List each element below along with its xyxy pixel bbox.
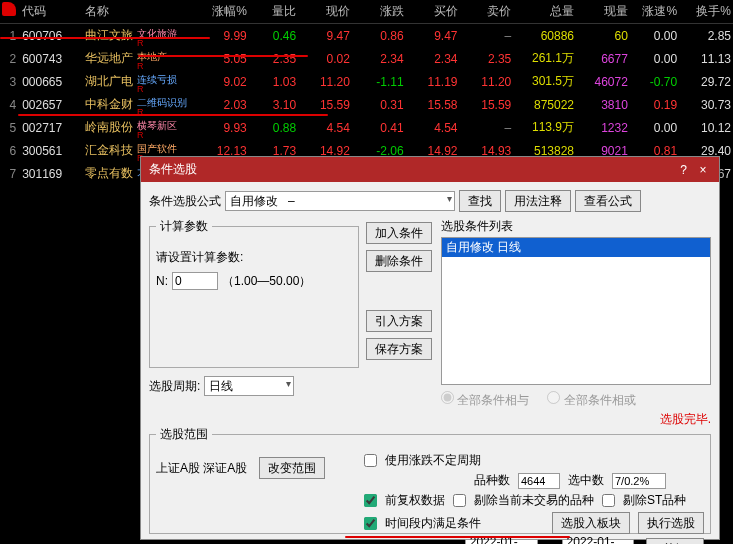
table-row[interactable]: 1600706曲江文旅文化旅游R9.990.469.470.869.47–608… xyxy=(0,24,733,48)
annotation-line xyxy=(345,536,570,538)
col-header[interactable]: 现量 xyxy=(576,0,630,24)
formula-combo[interactable]: 自用修改 – xyxy=(225,191,455,211)
change-scope-button[interactable]: 改变范围 xyxy=(259,457,325,479)
col-header[interactable]: 现价 xyxy=(298,0,352,24)
list-item[interactable]: 自用修改 日线 xyxy=(442,238,710,257)
col-header[interactable]: 涨幅% xyxy=(199,0,248,24)
use-range-check[interactable] xyxy=(364,454,377,467)
formula-label: 条件选股公式 xyxy=(149,193,221,210)
table-row[interactable]: 3000665湖北广电连续亏损R9.021.0311.20-1.1111.191… xyxy=(0,70,733,93)
table-row[interactable]: 5002717岭南股份横琴新区R9.930.884.540.414.54–113… xyxy=(0,116,733,139)
close-button[interactable]: 关闭 xyxy=(646,538,704,544)
exec-button[interactable]: 执行选股 xyxy=(638,512,704,534)
col-header[interactable]: 量比 xyxy=(249,0,298,24)
hit-field[interactable] xyxy=(612,473,666,489)
exclst-check[interactable] xyxy=(602,494,615,507)
col-header[interactable]: 涨速% xyxy=(630,0,679,24)
count-field[interactable] xyxy=(518,473,560,489)
scope-legend: 选股范围 xyxy=(156,426,212,443)
period-combo[interactable]: 日线 xyxy=(204,376,294,396)
calc-legend: 计算参数 xyxy=(156,218,212,235)
col-header[interactable]: 总量 xyxy=(513,0,576,24)
usage-button[interactable]: 用法注释 xyxy=(505,190,571,212)
date-to[interactable]: 2022-01-20 xyxy=(562,539,635,544)
annotation-line xyxy=(0,37,210,39)
annotation-line xyxy=(18,114,328,116)
col-header[interactable]: 代码 xyxy=(20,0,83,24)
find-button[interactable]: 查找 xyxy=(459,190,501,212)
scope-fieldset: 选股范围 上证A股 深证A股 改变范围 使用涨跌不定周期 品种数 选中数 前复权… xyxy=(149,426,711,534)
dialog-title: 条件选股 xyxy=(149,161,197,178)
view-formula-button[interactable]: 查看公式 xyxy=(575,190,641,212)
table-row[interactable]: 4002657中科金财二维码识别R2.033.1015.590.3115.581… xyxy=(0,93,733,116)
app-logo-icon xyxy=(2,2,16,16)
table-row[interactable]: 2600743华远地产本地产R5.052.350.022.342.342.352… xyxy=(0,47,733,70)
dialog-titlebar[interactable]: 条件选股 ? × xyxy=(141,157,719,182)
col-header[interactable]: 涨跌 xyxy=(352,0,406,24)
col-header[interactable]: 名称 xyxy=(83,0,200,24)
radio-and[interactable]: 全部条件相与 xyxy=(441,391,529,409)
col-header[interactable]: 买价 xyxy=(406,0,460,24)
to-block-button[interactable]: 选股入板块 xyxy=(552,512,630,534)
calc-params-fieldset: 计算参数 请设置计算参数: N: （1.00—50.00） xyxy=(149,218,359,368)
col-header[interactable]: 换手% xyxy=(679,0,733,24)
set-param-text: 请设置计算参数: xyxy=(156,249,352,266)
add-cond-button[interactable]: 加入条件 xyxy=(366,222,432,244)
scope-text: 上证A股 深证A股 xyxy=(156,461,247,475)
n-hint: （1.00—50.00） xyxy=(222,273,311,290)
excl-check[interactable] xyxy=(453,494,466,507)
annotation-line xyxy=(138,55,308,57)
cond-list-label: 选股条件列表 xyxy=(441,218,711,235)
help-icon[interactable]: ? xyxy=(676,163,692,177)
import-button[interactable]: 引入方案 xyxy=(366,310,432,332)
n-input[interactable] xyxy=(172,272,218,290)
save-button[interactable]: 保存方案 xyxy=(366,338,432,360)
n-label: N: xyxy=(156,274,168,288)
close-icon[interactable]: × xyxy=(695,163,711,177)
col-header[interactable]: 卖价 xyxy=(460,0,514,24)
period-label: 选股周期: xyxy=(149,378,200,395)
del-cond-button[interactable]: 删除条件 xyxy=(366,250,432,272)
stock-filter-dialog: 条件选股 ? × 条件选股公式 自用修改 – 查找 用法注释 查看公式 计算参数… xyxy=(140,156,720,540)
timecond-check[interactable] xyxy=(364,517,377,530)
radio-or[interactable]: 全部条件相或 xyxy=(547,391,635,409)
fq-check[interactable] xyxy=(364,494,377,507)
cond-listbox[interactable]: 自用修改 日线 xyxy=(441,237,711,385)
date-from[interactable]: 2022-01-20 xyxy=(465,539,538,544)
